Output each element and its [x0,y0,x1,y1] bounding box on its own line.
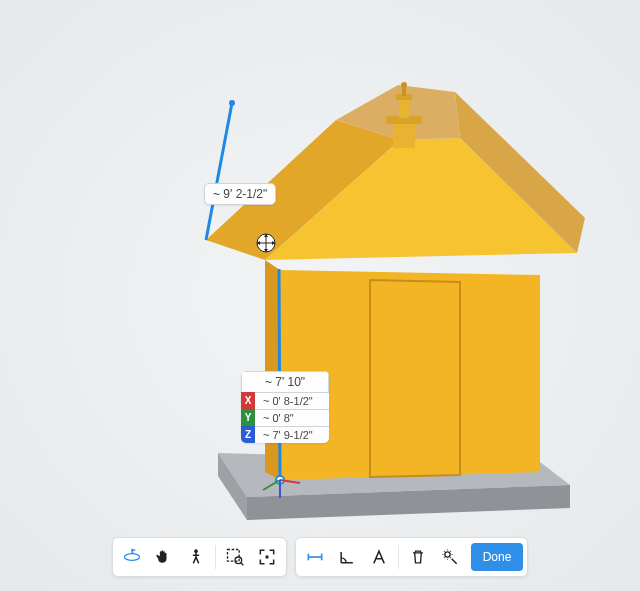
delta-z-row: Z ~ 7' 9-1/2" [241,426,329,443]
measure-line-roof [206,103,232,240]
delta-y-value: ~ 0' 8" [255,409,329,426]
trash-icon [408,547,428,567]
axis-y-badge: Y [241,409,255,426]
svg-rect-0 [393,120,415,148]
done-button[interactable]: Done [471,543,524,571]
delete-button[interactable] [403,542,433,572]
svg-point-5 [401,82,407,88]
move-cursor-icon [257,234,275,252]
axis-z-badge: Z [241,426,255,443]
svg-point-7 [124,554,139,561]
angle-icon [337,547,357,567]
zoom-region-icon [225,547,245,567]
measure-angle-button[interactable] [332,542,362,572]
measure-distance-button[interactable] [300,542,330,572]
orbit-button[interactable] [117,542,147,572]
svg-point-12 [265,555,268,558]
axis-x-badge: X [241,392,255,409]
model-svg [0,0,640,591]
nav-toolbar [112,537,287,577]
zoom-region-button[interactable] [220,542,250,572]
delta-z-value: ~ 7' 9-1/2" [255,426,329,443]
svg-rect-2 [399,98,409,118]
svg-point-10 [235,557,242,564]
zoom-fit-button[interactable] [252,542,282,572]
ruler-icon [305,547,325,567]
measure-endpoint-top [229,100,235,106]
annotate-button[interactable] [364,542,394,572]
gear-wrench-icon [440,547,460,567]
toolbar-separator [398,545,399,569]
measure-settings-button[interactable] [435,542,465,572]
measure-label-wall: ~ 7' 10" [241,371,329,392]
svg-rect-9 [227,550,239,562]
measure-toolbar: Done [295,537,529,577]
walk-button[interactable] [181,542,211,572]
measure-panel-wall[interactable]: ~ 7' 10" X ~ 0' 8-1/2" Y ~ 0' 8" Z ~ 7' … [241,371,329,443]
viewport-3d[interactable]: ~ 9' 2-1/2" ~ 7' 10" X ~ 0' 8-1/2" Y ~ 0… [0,0,640,591]
orbit-icon [122,547,142,567]
pan-button[interactable] [149,542,179,572]
svg-line-11 [240,563,243,566]
svg-point-16 [444,552,449,557]
delta-x-row: X ~ 0' 8-1/2" [241,392,329,409]
bottom-toolbar-area: Done [0,537,640,577]
toolbar-separator [215,545,216,569]
person-icon [186,547,206,567]
delta-y-row: Y ~ 0' 8" [241,409,329,426]
hand-icon [154,547,174,567]
text-a-icon [369,547,389,567]
zoom-fit-icon [257,547,277,567]
measure-label-roof[interactable]: ~ 9' 2-1/2" [204,183,276,205]
delta-x-value: ~ 0' 8-1/2" [255,392,329,409]
